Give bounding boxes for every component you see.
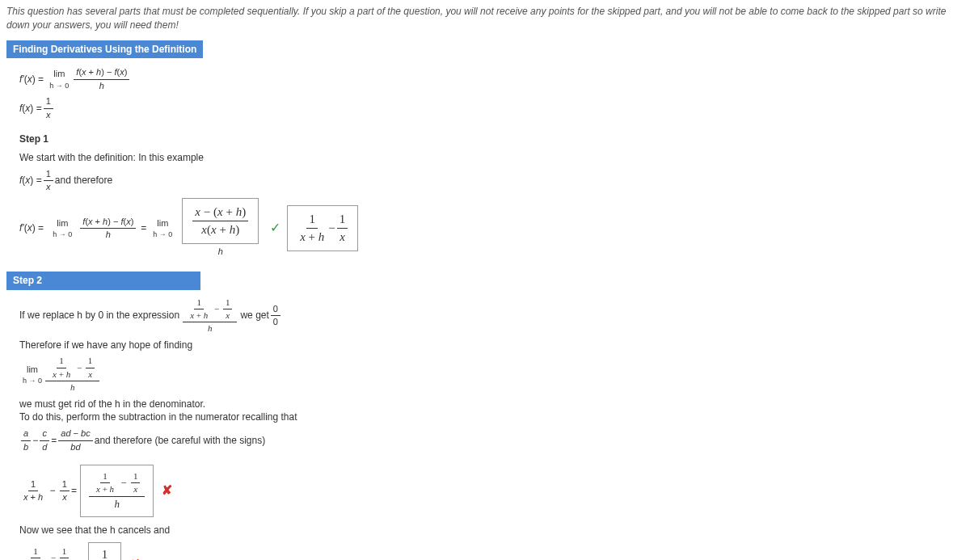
step2-line5: Now we see that the h cancels and (19, 524, 964, 537)
warning-text: This question has several parts that mus… (6, 5, 964, 32)
fprime-label: f'(x) = (19, 73, 46, 86)
cross-icon: ✘ (162, 482, 172, 499)
step1-title: Step 1 (19, 133, 964, 146)
step2-line4: To do this, perform the subtraction in t… (19, 411, 964, 424)
definition-line: f'(x) = lim h → 0 f(x + h) − f(x) h (19, 66, 964, 92)
definition-fraction: f(x + h) − f(x) h (74, 66, 129, 92)
step2-answer-row-2: 1x + h − 1x h = 1 x2 ✘ (19, 542, 964, 560)
check-icon: ✓ (270, 219, 280, 237)
lim-operator: lim h → 0 (49, 68, 69, 91)
step1-under-h: h (218, 246, 223, 258)
step1-fx: f(x) = 1 x and therefore (19, 168, 964, 194)
step2-limit-expr: lim h → 0 1x + h − 1x h (19, 355, 964, 394)
step2-line3: we must get rid of the h in the denomina… (19, 398, 964, 411)
step1-answer-box-1[interactable]: x − (x + h) x(x + h) (182, 198, 259, 244)
step2-header: Step 2 (6, 272, 200, 290)
step1-intro: We start with the definition: In this ex… (19, 151, 964, 165)
step1-answer-box-2[interactable]: 1 x + h − 1 x (287, 205, 358, 251)
step2-answer-box-2[interactable]: 1 x2 (88, 542, 121, 560)
given-fx: f(x) = 1 x (19, 95, 964, 121)
step1-derivative-line: f'(x) = lim h → 0 f(x + h) − f(x) h = li… (19, 198, 964, 258)
step2-line1: If we replace h by 0 in the expression 1… (19, 297, 964, 335)
step2-answer-box-1[interactable]: 1x + h − 1x h (80, 465, 154, 517)
step2-rule: ab − cd = ad − bcbd and therefore (be ca… (19, 427, 964, 453)
cross-icon-2: ✘ (129, 556, 140, 560)
step2-line2: Therefore if we have any hope of finding (19, 339, 964, 352)
step2-answer-row-1: 1 x + h − 1 x = 1x + h − 1x h ✘ (19, 465, 964, 517)
section-header: Finding Derivatives Using the Definition (6, 40, 203, 59)
